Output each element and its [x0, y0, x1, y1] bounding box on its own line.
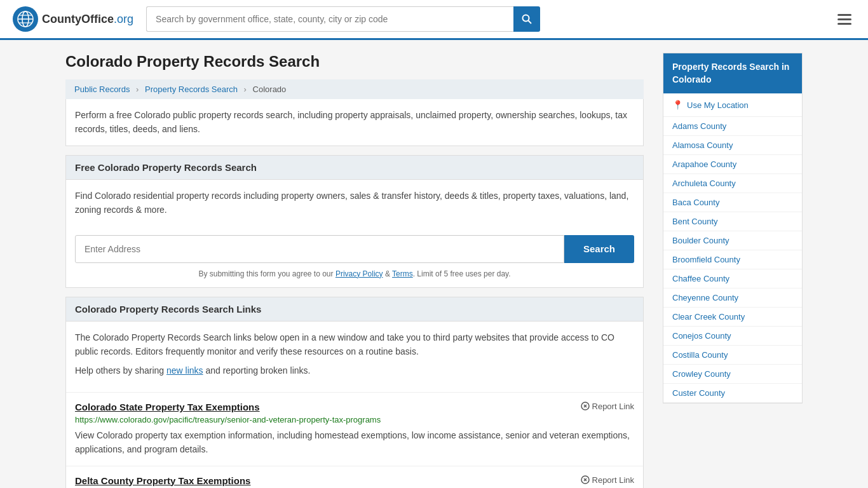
intro-section: Perform a free Colorado public property …: [65, 99, 644, 146]
free-search-section: Free Colorado Property Records Search Fi…: [65, 155, 644, 288]
link-item-header: Colorado State Property Tax Exemptions R…: [75, 402, 634, 412]
link-item: Colorado State Property Tax Exemptions R…: [66, 393, 643, 466]
page-title: Colorado Property Records Search: [65, 53, 644, 71]
sidebar-header: Property Records Search in Colorado: [663, 53, 802, 93]
link-desc: View Colorado property tax exemption inf…: [75, 430, 630, 454]
sidebar-county-list: Adams CountyAlamosa CountyArapahoe Count…: [663, 117, 802, 403]
logo-icon: [13, 6, 38, 32]
form-disclaimer: By submitting this form you agree to our…: [75, 269, 634, 278]
header-search-button[interactable]: [513, 6, 540, 32]
address-row: Search: [75, 235, 634, 263]
menu-line: [837, 18, 851, 20]
sidebar-box: Property Records Search in Colorado 📍 Us…: [663, 53, 803, 403]
sidebar-county-link[interactable]: Custer County: [663, 384, 802, 403]
privacy-policy-link[interactable]: Privacy Policy: [336, 269, 383, 278]
link-title[interactable]: Delta County Property Tax Exemptions: [75, 475, 250, 486]
logo[interactable]: CountyOffice.org: [13, 6, 133, 32]
link-item-header: Delta County Property Tax Exemptions Rep…: [75, 475, 634, 486]
link-title[interactable]: Colorado State Property Tax Exemptions: [75, 402, 260, 412]
sidebar-county-link[interactable]: Clear Creek County: [663, 308, 802, 327]
location-icon: 📍: [672, 100, 683, 110]
address-input[interactable]: [75, 235, 564, 263]
sidebar-county-link[interactable]: Bent County: [663, 212, 802, 231]
header-search-input[interactable]: [146, 6, 513, 32]
breadcrumb: Public Records › Property Records Search…: [65, 79, 644, 99]
link-url[interactable]: https://www.colorado.gov/pacific/treasur…: [75, 415, 634, 424]
menu-button[interactable]: [834, 10, 855, 29]
breadcrumb-current: Colorado: [253, 85, 287, 94]
flag-icon: [581, 475, 590, 484]
svg-line-6: [529, 21, 532, 24]
intro-text: Perform a free Colorado public property …: [75, 108, 634, 137]
search-button[interactable]: Search: [564, 235, 634, 263]
terms-link[interactable]: Terms: [392, 269, 413, 278]
main-content: Colorado Property Records Search Public …: [65, 53, 644, 488]
sidebar-county-link[interactable]: Archuleta County: [663, 174, 802, 193]
links-section: Colorado Property Records Search Links T…: [65, 297, 644, 488]
free-search-header: Free Colorado Property Records Search: [66, 156, 643, 180]
sidebar-county-link[interactable]: Broomfield County: [663, 250, 802, 269]
sidebar-county-link[interactable]: Alamosa County: [663, 136, 802, 155]
header-search-bar: [146, 6, 540, 32]
sidebar-county-link[interactable]: Arapahoe County: [663, 155, 802, 174]
links-intro: The Colorado Property Records Search lin…: [66, 322, 643, 393]
report-link-button[interactable]: Report Link: [581, 475, 634, 485]
breadcrumb-sep: ›: [136, 85, 139, 94]
sidebar-county-link[interactable]: Crowley County: [663, 365, 802, 384]
search-form: Search By submitting this form you agree…: [66, 226, 643, 287]
links-section-header: Colorado Property Records Search Links: [66, 297, 643, 322]
sidebar-county-link[interactable]: Chaffee County: [663, 269, 802, 288]
search-icon: [522, 14, 532, 24]
breadcrumb-sep: ›: [244, 85, 247, 94]
breadcrumb-link-public-records[interactable]: Public Records: [74, 85, 130, 94]
sidebar-county-link[interactable]: Costilla County: [663, 346, 802, 365]
new-links-link[interactable]: new links: [166, 365, 203, 376]
link-item: Delta County Property Tax Exemptions Rep…: [66, 466, 643, 488]
flag-icon: [581, 402, 590, 410]
free-search-body: Find Colorado residential property recor…: [66, 180, 643, 226]
sidebar-county-link[interactable]: Baca County: [663, 193, 802, 212]
breadcrumb-link-property-records[interactable]: Property Records Search: [145, 85, 238, 94]
svg-point-5: [523, 15, 529, 22]
sidebar-county-link[interactable]: Cheyenne County: [663, 288, 802, 308]
sidebar-location: 📍 Use My Location: [663, 93, 802, 117]
logo-text: CountyOffice.org: [42, 13, 133, 26]
free-search-desc: Find Colorado residential property recor…: [75, 189, 634, 217]
menu-line: [837, 14, 851, 16]
sidebar-county-link[interactable]: Adams County: [663, 117, 802, 136]
sidebar-county-link[interactable]: Boulder County: [663, 231, 802, 250]
links-intro-text1: The Colorado Property Records Search lin…: [75, 330, 634, 359]
links-intro-text2: Help others by sharing new links and rep…: [75, 363, 634, 377]
sidebar: Property Records Search in Colorado 📍 Us…: [663, 53, 803, 488]
sidebar-county-link[interactable]: Conejos County: [663, 327, 802, 346]
menu-line: [837, 23, 851, 25]
use-my-location-link[interactable]: Use My Location: [687, 100, 749, 110]
report-link-button[interactable]: Report Link: [581, 402, 634, 411]
